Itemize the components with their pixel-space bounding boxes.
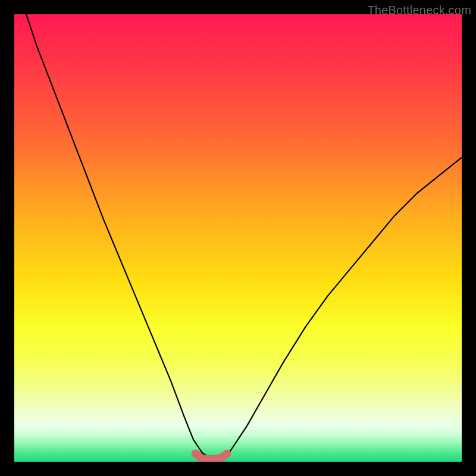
bottleneck-flat-markers [192,450,231,462]
chart-frame: TheBottleneck.com [0,0,476,476]
bottleneck-curve-svg [14,14,462,462]
bottleneck-flat-marker-dot [223,450,231,458]
plot-area [14,14,462,462]
bottleneck-curve-line [14,14,462,459]
